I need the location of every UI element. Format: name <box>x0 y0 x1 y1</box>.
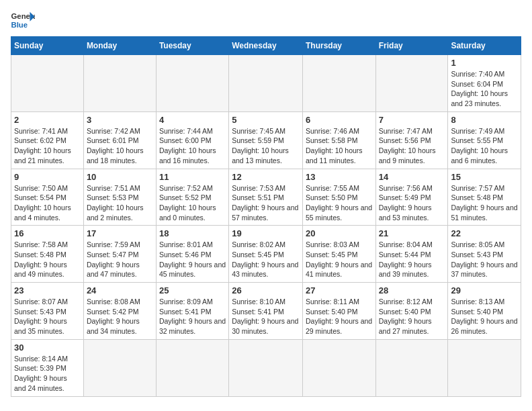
column-header-sunday: Sunday <box>11 37 84 55</box>
day-number: 16 <box>14 228 81 238</box>
day-number: 14 <box>379 172 445 182</box>
calendar-cell <box>302 339 375 396</box>
calendar-week-row: 9Sunrise: 7:50 AM Sunset: 5:54 PM Daylig… <box>11 169 521 226</box>
calendar-cell: 7Sunrise: 7:47 AM Sunset: 5:56 PM Daylig… <box>375 111 448 169</box>
day-info: Sunrise: 7:49 AM Sunset: 5:55 PM Dayligh… <box>451 126 518 166</box>
calendar-week-row: 30Sunrise: 8:14 AM Sunset: 5:39 PM Dayli… <box>11 339 521 396</box>
calendar-cell: 27Sunrise: 8:11 AM Sunset: 5:40 PM Dayli… <box>302 283 375 340</box>
calendar-cell: 16Sunrise: 7:58 AM Sunset: 5:48 PM Dayli… <box>11 226 84 283</box>
calendar-cell: 4Sunrise: 7:44 AM Sunset: 6:00 PM Daylig… <box>156 111 228 169</box>
column-header-thursday: Thursday <box>302 37 375 55</box>
calendar-cell <box>375 55 448 112</box>
calendar-cell: 22Sunrise: 8:05 AM Sunset: 5:43 PM Dayli… <box>448 226 521 283</box>
calendar-cell <box>229 339 303 396</box>
calendar-cell: 23Sunrise: 8:07 AM Sunset: 5:43 PM Dayli… <box>11 283 84 340</box>
logo-icon: General Blue <box>11 11 35 30</box>
day-number: 24 <box>87 285 153 295</box>
calendar-cell: 19Sunrise: 8:02 AM Sunset: 5:45 PM Dayli… <box>229 226 303 283</box>
calendar-cell: 10Sunrise: 7:51 AM Sunset: 5:53 PM Dayli… <box>83 169 156 226</box>
calendar-cell: 28Sunrise: 8:12 AM Sunset: 5:40 PM Dayli… <box>375 283 448 340</box>
calendar-header-row: SundayMondayTuesdayWednesdayThursdayFrid… <box>11 37 521 55</box>
day-info: Sunrise: 8:12 AM Sunset: 5:40 PM Dayligh… <box>379 297 445 336</box>
day-info: Sunrise: 7:53 AM Sunset: 5:51 PM Dayligh… <box>232 183 300 223</box>
day-info: Sunrise: 7:51 AM Sunset: 5:53 PM Dayligh… <box>87 183 153 223</box>
day-info: Sunrise: 7:42 AM Sunset: 6:01 PM Dayligh… <box>87 126 153 166</box>
day-info: Sunrise: 7:56 AM Sunset: 5:49 PM Dayligh… <box>379 183 445 223</box>
day-info: Sunrise: 7:55 AM Sunset: 5:50 PM Dayligh… <box>306 183 373 223</box>
calendar-cell: 30Sunrise: 8:14 AM Sunset: 5:39 PM Dayli… <box>11 339 84 396</box>
calendar-cell: 17Sunrise: 7:59 AM Sunset: 5:47 PM Dayli… <box>83 226 156 283</box>
calendar-cell: 8Sunrise: 7:49 AM Sunset: 5:55 PM Daylig… <box>448 111 521 169</box>
day-number: 12 <box>232 172 300 182</box>
day-info: Sunrise: 8:05 AM Sunset: 5:43 PM Dayligh… <box>451 240 518 279</box>
day-number: 13 <box>306 172 373 182</box>
day-number: 26 <box>232 285 300 295</box>
column-header-monday: Monday <box>83 37 156 55</box>
page-header: General Blue <box>11 11 521 30</box>
day-number: 3 <box>87 115 153 125</box>
calendar-cell: 29Sunrise: 8:13 AM Sunset: 5:40 PM Dayli… <box>448 283 521 340</box>
calendar-cell: 18Sunrise: 8:01 AM Sunset: 5:46 PM Dayli… <box>156 226 228 283</box>
calendar-week-row: 23Sunrise: 8:07 AM Sunset: 5:43 PM Dayli… <box>11 283 521 340</box>
day-info: Sunrise: 8:03 AM Sunset: 5:45 PM Dayligh… <box>306 240 373 279</box>
svg-text:Blue: Blue <box>11 21 28 29</box>
day-number: 21 <box>379 228 445 238</box>
day-info: Sunrise: 8:10 AM Sunset: 5:41 PM Dayligh… <box>232 297 300 336</box>
calendar-cell <box>156 339 228 396</box>
calendar-cell <box>83 339 156 396</box>
day-number: 19 <box>232 228 300 238</box>
day-number: 9 <box>14 172 81 182</box>
calendar-cell: 5Sunrise: 7:45 AM Sunset: 5:59 PM Daylig… <box>229 111 303 169</box>
day-number: 20 <box>306 228 373 238</box>
day-info: Sunrise: 7:40 AM Sunset: 6:04 PM Dayligh… <box>451 69 518 109</box>
day-info: Sunrise: 8:09 AM Sunset: 5:41 PM Dayligh… <box>159 297 226 336</box>
calendar-cell <box>229 55 303 112</box>
day-number: 1 <box>451 58 518 68</box>
calendar-cell: 26Sunrise: 8:10 AM Sunset: 5:41 PM Dayli… <box>229 283 303 340</box>
day-number: 30 <box>14 342 81 353</box>
calendar-cell <box>302 55 375 112</box>
day-info: Sunrise: 7:59 AM Sunset: 5:47 PM Dayligh… <box>87 240 153 279</box>
day-info: Sunrise: 7:52 AM Sunset: 5:52 PM Dayligh… <box>159 183 226 223</box>
calendar-week-row: 2Sunrise: 7:41 AM Sunset: 6:02 PM Daylig… <box>11 111 521 169</box>
day-number: 5 <box>232 115 300 125</box>
calendar-cell <box>448 339 521 396</box>
calendar-cell: 15Sunrise: 7:57 AM Sunset: 5:48 PM Dayli… <box>448 169 521 226</box>
day-info: Sunrise: 8:07 AM Sunset: 5:43 PM Dayligh… <box>14 297 81 336</box>
calendar-cell: 12Sunrise: 7:53 AM Sunset: 5:51 PM Dayli… <box>229 169 303 226</box>
calendar-cell: 20Sunrise: 8:03 AM Sunset: 5:45 PM Dayli… <box>302 226 375 283</box>
day-info: Sunrise: 8:01 AM Sunset: 5:46 PM Dayligh… <box>159 240 226 279</box>
calendar-cell: 13Sunrise: 7:55 AM Sunset: 5:50 PM Dayli… <box>302 169 375 226</box>
day-number: 25 <box>159 285 226 295</box>
day-info: Sunrise: 8:13 AM Sunset: 5:40 PM Dayligh… <box>451 297 518 336</box>
day-number: 2 <box>14 115 81 125</box>
day-info: Sunrise: 7:57 AM Sunset: 5:48 PM Dayligh… <box>451 183 518 223</box>
column-header-friday: Friday <box>375 37 448 55</box>
calendar-cell: 9Sunrise: 7:50 AM Sunset: 5:54 PM Daylig… <box>11 169 84 226</box>
day-info: Sunrise: 8:02 AM Sunset: 5:45 PM Dayligh… <box>232 240 300 279</box>
calendar-cell: 24Sunrise: 8:08 AM Sunset: 5:42 PM Dayli… <box>83 283 156 340</box>
day-info: Sunrise: 7:44 AM Sunset: 6:00 PM Dayligh… <box>159 126 226 166</box>
calendar-table: SundayMondayTuesdayWednesdayThursdayFrid… <box>11 36 521 397</box>
day-info: Sunrise: 8:14 AM Sunset: 5:39 PM Dayligh… <box>14 354 81 394</box>
day-info: Sunrise: 8:11 AM Sunset: 5:40 PM Dayligh… <box>306 297 373 336</box>
calendar-week-row: 16Sunrise: 7:58 AM Sunset: 5:48 PM Dayli… <box>11 226 521 283</box>
calendar-cell: 11Sunrise: 7:52 AM Sunset: 5:52 PM Dayli… <box>156 169 228 226</box>
day-number: 11 <box>159 172 226 182</box>
day-info: Sunrise: 8:08 AM Sunset: 5:42 PM Dayligh… <box>87 297 153 336</box>
day-number: 4 <box>159 115 226 125</box>
calendar-cell: 14Sunrise: 7:56 AM Sunset: 5:49 PM Dayli… <box>375 169 448 226</box>
day-info: Sunrise: 8:04 AM Sunset: 5:44 PM Dayligh… <box>379 240 445 279</box>
calendar-cell: 21Sunrise: 8:04 AM Sunset: 5:44 PM Dayli… <box>375 226 448 283</box>
column-header-tuesday: Tuesday <box>156 37 228 55</box>
calendar-cell: 2Sunrise: 7:41 AM Sunset: 6:02 PM Daylig… <box>11 111 84 169</box>
day-number: 17 <box>87 228 153 238</box>
day-number: 29 <box>451 285 518 295</box>
day-number: 27 <box>306 285 373 295</box>
calendar-week-row: 1Sunrise: 7:40 AM Sunset: 6:04 PM Daylig… <box>11 55 521 112</box>
calendar-cell <box>11 55 84 112</box>
calendar-cell <box>375 339 448 396</box>
day-info: Sunrise: 7:47 AM Sunset: 5:56 PM Dayligh… <box>379 126 445 166</box>
day-info: Sunrise: 7:58 AM Sunset: 5:48 PM Dayligh… <box>14 240 81 279</box>
day-number: 10 <box>87 172 153 182</box>
